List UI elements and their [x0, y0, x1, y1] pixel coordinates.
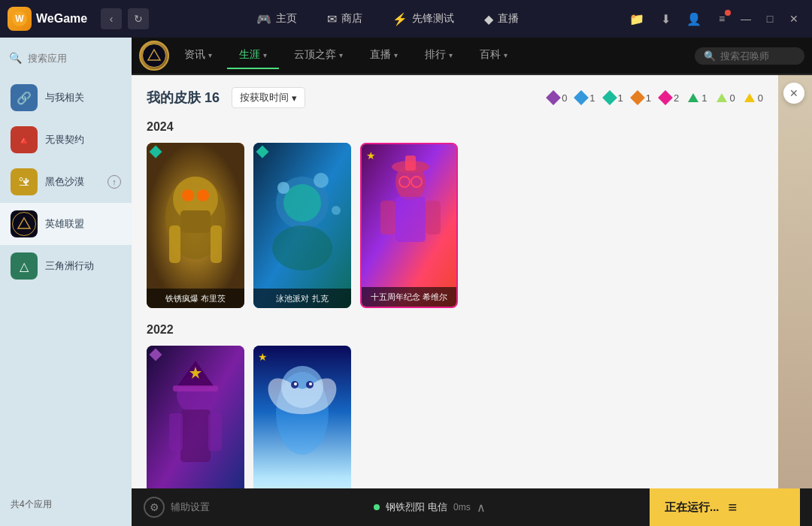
skin-filter-dropdown[interactable]: 按获取时间 ▾	[232, 87, 305, 108]
tab-pioneer[interactable]: ⚡ 先锋测试	[379, 8, 468, 31]
tab-live[interactable]: ◆ 直播	[471, 8, 532, 31]
skin-grid-2022: ★	[147, 346, 763, 488]
svg-rect-10	[169, 225, 180, 263]
tab-live-label: 直播	[498, 12, 519, 26]
blackdesert-icon: 🏜	[11, 168, 38, 195]
career-dropdown-icon: ▾	[263, 51, 267, 59]
stat-purple-count: 0	[562, 92, 567, 104]
logo-icon: W	[8, 7, 32, 31]
game-nav: 资讯 ▾ 生涯 ▾ 云顶之弈 ▾ 直播 ▾ 排行 ▾ 百科 ▾	[132, 38, 812, 75]
minimize-button[interactable]: —	[735, 8, 756, 29]
status-bar: ⚙ 辅助设置 钢铁烈阳 电信 0ms ∧ 正在运行... ≡	[132, 488, 812, 526]
status-bar-left: ⚙ 辅助设置	[144, 497, 210, 518]
lol-logo	[142, 44, 166, 68]
stat-light-green-count: 0	[730, 92, 735, 104]
year-2024-label: 2024	[147, 120, 763, 134]
game-tab-wiki[interactable]: 百科 ▾	[468, 42, 520, 69]
status-menu-icon[interactable]: ≡	[729, 499, 738, 516]
skin-bg-zac	[253, 143, 351, 308]
sidebar-item-lol[interactable]: 英雄联盟	[0, 203, 132, 245]
tab-pioneer-label: 先锋测试	[412, 12, 454, 26]
svg-point-40	[294, 382, 297, 385]
game-tab-tft-label: 云顶之弈	[294, 48, 336, 62]
blue-diamond-icon	[574, 90, 589, 105]
search-icon: 🔍	[9, 52, 22, 64]
skin-content: ✕ 我的皮肤 16 按获取时间 ▾ 0	[132, 75, 778, 488]
rank-dropdown-icon: ▾	[449, 51, 453, 59]
stat-blue-count: 1	[589, 92, 595, 104]
svg-rect-25	[405, 156, 416, 171]
related-icon: 🔗	[11, 84, 38, 111]
skin-title: 我的皮肤 16	[147, 89, 220, 107]
skin-badge-zac	[258, 147, 268, 158]
pioneer-icon: ⚡	[392, 12, 408, 26]
status-bar-right: 正在运行... ≡	[650, 488, 800, 526]
title-bar: W WeGame ‹ ↻ 🎮 主页 ✉ 商店 ⚡ 先锋测试 ◆ 直播 📁 ⬇ 👤…	[0, 0, 812, 38]
main-layout: 🔍 + 🔗 与我相关 🔺 无畏契约 🏜 黑色沙漠 ↑	[0, 38, 812, 526]
skin-card-2022-b[interactable]: ★	[253, 346, 351, 488]
stat-teal-diamond: 1	[604, 92, 623, 104]
star-badge-icon-2: ★	[258, 351, 268, 363]
game-tab-tft[interactable]: 云顶之弈 ▾	[282, 42, 355, 69]
window-controls: ≡ — □ ✕	[711, 8, 804, 29]
svg-rect-32	[208, 413, 222, 451]
tft-dropdown-icon: ▾	[339, 51, 343, 59]
svg-marker-2	[18, 218, 30, 228]
stat-teal-count: 1	[618, 92, 623, 104]
game-tab-career[interactable]: 生涯 ▾	[227, 42, 279, 69]
game-tab-career-label: 生涯	[239, 48, 260, 62]
skin-card-blitzcrank[interactable]: 铁锈疯爆 布里茨	[147, 143, 244, 308]
account-icon-button[interactable]: 👤	[683, 8, 705, 30]
menu-button[interactable]: ≡	[711, 8, 732, 29]
svg-point-7	[182, 189, 194, 201]
teal-badge-icon	[150, 146, 162, 159]
sidebar-item-blackdesert-label: 黑色沙漠	[45, 175, 84, 189]
news-dropdown-icon: ▾	[208, 51, 212, 59]
stat-dark-green-tri: 1	[688, 92, 707, 104]
skin-name-blitzcrank: 铁锈疯爆 布里茨	[147, 289, 244, 308]
svg-rect-23	[426, 201, 441, 234]
settings-label: 辅助设置	[171, 500, 210, 514]
folder-icon-button[interactable]: 📁	[626, 8, 648, 30]
sidebar-item-blackdesert[interactable]: 🏜 黑色沙漠 ↑	[0, 161, 132, 203]
purple-badge-icon	[150, 349, 162, 361]
lol-logo-inner	[12, 212, 36, 236]
skin-badge-blitzcrank	[151, 147, 162, 158]
close-button[interactable]: ✕	[783, 8, 804, 29]
nav-back-button[interactable]: ‹	[101, 8, 122, 29]
sidebar-item-related[interactable]: 🔗 与我相关	[0, 77, 132, 119]
ping-value: 0ms	[453, 502, 471, 512]
skin-card-sivir[interactable]: ★ 十五周年纪念 希维尔	[360, 143, 458, 308]
skin-card-2022-a[interactable]	[147, 346, 244, 488]
sidebar-item-triangle[interactable]: △ 三角洲行动	[0, 245, 132, 287]
summoner-search-input[interactable]	[720, 50, 795, 62]
home-icon: 🎮	[256, 12, 271, 26]
tab-home-label: 主页	[276, 12, 297, 26]
settings-icon: ⚙	[144, 497, 165, 518]
stat-orange-count: 1	[646, 92, 651, 104]
stat-light-green-tri: 0	[717, 92, 735, 104]
maximize-button[interactable]: □	[759, 8, 780, 29]
sidebar-item-valorant[interactable]: 🔺 无畏契约	[0, 119, 132, 161]
tab-shop[interactable]: ✉ 商店	[314, 8, 376, 31]
game-tab-stream-label: 直播	[370, 48, 391, 62]
teal-diamond-icon	[602, 90, 617, 105]
nav-refresh-button[interactable]: ↻	[128, 8, 149, 29]
live-icon: ◆	[484, 12, 493, 26]
svg-rect-11	[211, 225, 222, 263]
download-icon-button[interactable]: ⬇	[654, 8, 677, 30]
game-tab-stream[interactable]: 直播 ▾	[358, 42, 410, 69]
game-tab-news-label: 资讯	[184, 48, 205, 62]
tab-home[interactable]: 🎮 主页	[243, 8, 311, 31]
game-tab-news[interactable]: 资讯 ▾	[172, 42, 224, 69]
server-up-arrow[interactable]: ∧	[477, 500, 486, 515]
app-logo: W WeGame	[8, 7, 87, 31]
game-tab-rank[interactable]: 排行 ▾	[413, 42, 465, 69]
stat-pink-diamond: 2	[660, 92, 679, 104]
skin-card-zac[interactable]: 泳池派对 扎克	[253, 143, 351, 308]
lol-game-logo	[139, 41, 169, 71]
light-green-triangle-icon	[717, 93, 727, 102]
sidebar-item-valorant-label: 无畏契约	[45, 133, 84, 147]
star-badge-icon: ★	[366, 150, 376, 162]
server-name: 钢铁烈阳 电信	[386, 500, 447, 514]
